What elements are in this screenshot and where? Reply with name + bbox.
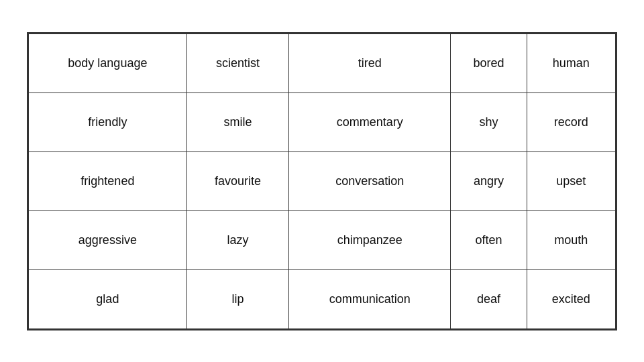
cell-r2-c4: upset xyxy=(527,152,615,210)
table-row: frightenedfavouriteconversationangryupse… xyxy=(29,152,616,210)
cell-r4-c0: glad xyxy=(29,269,187,328)
cell-r0-c2: tired xyxy=(289,34,451,93)
vocabulary-table: body languagescientisttiredboredhumanfri… xyxy=(28,34,616,329)
cell-r3-c3: often xyxy=(451,210,527,269)
table-row: friendlysmilecommentaryshyrecord xyxy=(29,93,616,152)
cell-r4-c1: lip xyxy=(186,269,289,328)
table-row: body languagescientisttiredboredhuman xyxy=(29,34,616,93)
cell-r2-c1: favourite xyxy=(186,152,289,210)
cell-r1-c0: friendly xyxy=(29,93,187,152)
cell-r2-c3: angry xyxy=(451,152,527,210)
cell-r3-c0: aggressive xyxy=(29,210,187,269)
cell-r4-c4: excited xyxy=(527,269,615,328)
cell-r0-c0: body language xyxy=(29,34,187,93)
cell-r2-c0: frightened xyxy=(29,152,187,210)
cell-r4-c2: communication xyxy=(289,269,451,328)
cell-r1-c4: record xyxy=(527,93,615,152)
table-row: gladlipcommunicationdeafexcited xyxy=(29,269,616,328)
cell-r3-c2: chimpanzee xyxy=(289,210,451,269)
word-grid: body languagescientisttiredboredhumanfri… xyxy=(27,32,617,330)
cell-r1-c3: shy xyxy=(451,93,527,152)
cell-r0-c1: scientist xyxy=(186,34,289,93)
cell-r0-c4: human xyxy=(527,34,615,93)
cell-r3-c1: lazy xyxy=(186,210,289,269)
cell-r1-c2: commentary xyxy=(289,93,451,152)
cell-r1-c1: smile xyxy=(186,93,289,152)
table-row: aggressivelazychimpanzeeoftenmouth xyxy=(29,210,616,269)
cell-r4-c3: deaf xyxy=(451,269,527,328)
cell-r3-c4: mouth xyxy=(527,210,615,269)
cell-r2-c2: conversation xyxy=(289,152,451,210)
cell-r0-c3: bored xyxy=(451,34,527,93)
